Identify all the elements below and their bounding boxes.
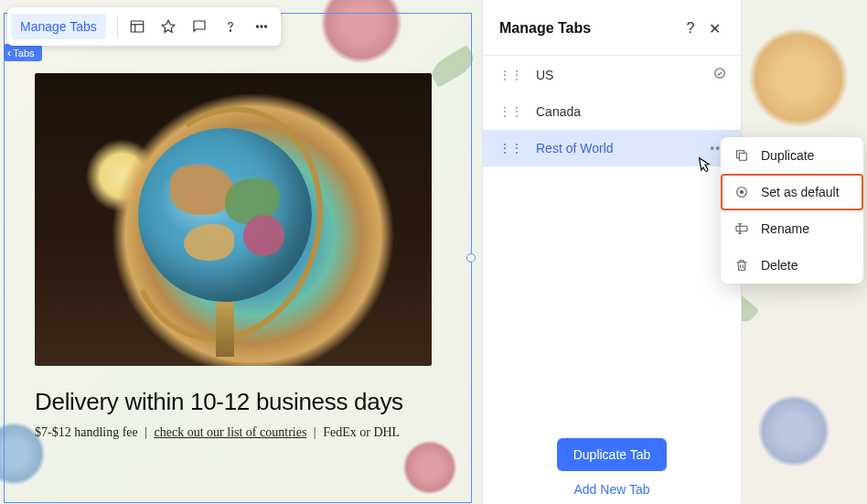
selection-badge[interactable]: Tabs	[4, 44, 42, 61]
resize-handle-right[interactable]	[466, 253, 476, 263]
ctx-label: Rename	[761, 221, 809, 236]
toolbar-divider	[117, 16, 118, 38]
separator: |	[144, 425, 147, 439]
manage-tabs-chip-label: Manage Tabs	[20, 19, 97, 34]
tab-context-menu: Duplicate Set as default Rename Delete	[721, 137, 863, 284]
ctx-duplicate[interactable]: Duplicate	[721, 137, 863, 174]
ctx-label: Set as default	[761, 185, 840, 199]
tab-label: Canada	[536, 104, 726, 119]
svg-point-5	[261, 26, 262, 27]
add-new-tab-button[interactable]: Add New Tab	[573, 482, 649, 497]
hero-image-globe	[35, 73, 432, 366]
element-toolbar: Manage Tabs	[7, 7, 281, 46]
drag-handle-icon[interactable]: ⋮⋮	[499, 69, 523, 81]
svg-rect-0	[131, 21, 144, 32]
panel-help-icon[interactable]: ?	[679, 16, 702, 40]
panel-footer: Duplicate Tab Add New Tab	[483, 425, 741, 504]
tab-item-us[interactable]: ⋮⋮ US	[483, 56, 741, 93]
add-new-tab-label: Add New Tab	[573, 482, 649, 497]
drag-handle-icon[interactable]: ⋮⋮	[499, 142, 523, 155]
ctx-rename[interactable]: Rename	[721, 210, 863, 247]
manage-tabs-chip[interactable]: Manage Tabs	[11, 14, 106, 39]
animation-icon[interactable]	[153, 11, 184, 42]
tab-label: US	[536, 68, 713, 82]
ctx-label: Duplicate	[761, 148, 814, 163]
delete-icon	[733, 257, 750, 273]
ctx-set-default[interactable]: Set as default	[721, 174, 863, 210]
svg-point-3	[230, 30, 230, 31]
svg-point-7	[715, 69, 725, 79]
svg-rect-11	[736, 226, 747, 231]
content-subline: $7-$12 handling fee | check out our list…	[35, 425, 432, 440]
svg-rect-8	[739, 153, 746, 160]
panel-header: Manage Tabs ? ✕	[483, 0, 741, 56]
tab-item-rest-of-world[interactable]: ⋮⋮ Rest of World •••	[483, 130, 741, 166]
default-badge-icon	[713, 67, 726, 82]
tab-content-rest-of-world: Delivery within 10-12 business days $7-$…	[35, 73, 432, 440]
svg-point-10	[740, 190, 744, 194]
duplicate-tab-label: Duplicate Tab	[573, 447, 651, 462]
svg-point-4	[256, 26, 258, 27]
manage-tabs-panel: Manage Tabs ? ✕ ⋮⋮ US ⋮⋮ Canada ⋮⋮ Rest …	[483, 0, 741, 504]
drag-handle-icon[interactable]: ⋮⋮	[499, 105, 523, 118]
layout-icon[interactable]	[122, 11, 153, 42]
content-headline: Delivery within 10-12 business days	[35, 388, 432, 416]
ctx-label: Delete	[761, 258, 797, 273]
tab-item-canada[interactable]: ⋮⋮ Canada	[483, 93, 741, 130]
panel-close-icon[interactable]: ✕	[702, 16, 726, 40]
ctx-delete[interactable]: Delete	[721, 247, 863, 284]
duplicate-icon	[733, 147, 750, 164]
help-icon[interactable]	[215, 11, 246, 42]
more-icon[interactable]	[246, 11, 277, 42]
rename-icon	[733, 220, 750, 237]
countries-link[interactable]: check out our list of countries	[155, 425, 307, 439]
sub-carrier: FedEx or DHL	[323, 425, 400, 439]
duplicate-tab-button[interactable]: Duplicate Tab	[557, 438, 668, 471]
panel-title: Manage Tabs	[499, 20, 679, 37]
separator: |	[314, 425, 316, 439]
selection-badge-label: Tabs	[13, 48, 34, 59]
comment-icon[interactable]	[184, 11, 215, 42]
tab-label: Rest of World	[536, 141, 710, 155]
sub-fee: $7-$12 handling fee	[35, 425, 138, 439]
set-default-icon	[733, 184, 750, 200]
svg-point-6	[264, 26, 266, 27]
